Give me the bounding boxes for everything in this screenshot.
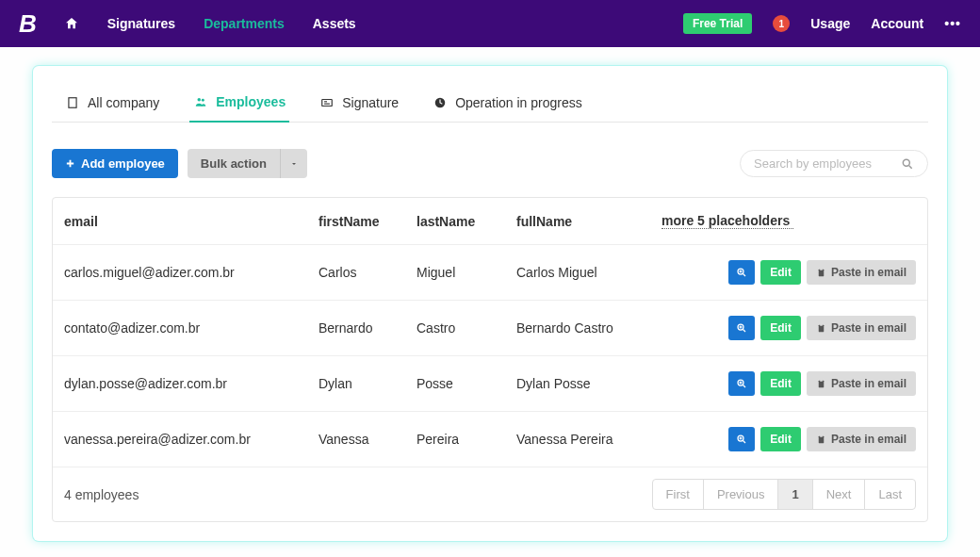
pager-page-1[interactable]: 1: [777, 479, 812, 510]
svg-rect-26: [820, 323, 823, 325]
paste-button[interactable]: Paste in email: [807, 260, 916, 285]
cell-fullname: Carlos Miguel: [505, 250, 650, 295]
nav-signatures[interactable]: Signatures: [107, 16, 175, 31]
cell-lastname: Posse: [405, 361, 505, 406]
magnify-plus-icon: [736, 378, 747, 389]
tab-label: Signature: [342, 95, 399, 110]
cell-email: dylan.posse@adizer.com.br: [53, 361, 307, 406]
table-header: email firstName lastName fullName more 5…: [53, 198, 927, 245]
notification-badge[interactable]: 1: [773, 15, 790, 32]
paste-icon: [816, 323, 826, 334]
home-icon[interactable]: [64, 16, 79, 31]
col-email: email: [53, 199, 307, 244]
zoom-button[interactable]: [728, 260, 755, 285]
svg-rect-0: [69, 97, 76, 107]
svg-line-16: [743, 274, 746, 277]
tab-label: Employees: [216, 94, 286, 109]
clock-icon: [433, 95, 448, 110]
svg-rect-37: [819, 435, 825, 442]
tab-employees[interactable]: Employees: [189, 85, 289, 123]
magnify-plus-icon: [736, 434, 747, 445]
col-fullname: fullName: [505, 199, 650, 244]
more-menu-icon[interactable]: •••: [944, 16, 961, 31]
top-navbar: B Signatures Departments Assets Free Tri…: [0, 0, 980, 47]
svg-point-7: [198, 98, 202, 102]
tab-label: Operation in progress: [455, 95, 582, 110]
bulk-action-button[interactable]: Bulk action: [188, 149, 280, 178]
cell-lastname: Miguel: [405, 250, 505, 295]
paste-button[interactable]: Paste in email: [807, 316, 916, 340]
toolbar: Add employee Bulk action: [52, 149, 928, 178]
cell-firstname: Vanessa: [307, 417, 405, 462]
svg-rect-31: [819, 380, 825, 386]
app-logo: B: [19, 9, 36, 39]
cell-lastname: Castro: [405, 305, 505, 351]
nav-departments[interactable]: Departments: [204, 16, 285, 31]
nav-usage[interactable]: Usage: [810, 16, 850, 31]
table-row: carlos.miguel@adizer.com.br Carlos Migue…: [53, 245, 927, 301]
svg-rect-9: [322, 99, 333, 106]
paste-button[interactable]: Paste in email: [807, 427, 916, 451]
pager-next[interactable]: Next: [812, 479, 866, 510]
bulk-action-dropdown[interactable]: [280, 149, 307, 178]
tab-label: All company: [88, 95, 159, 110]
card-icon: [319, 95, 335, 110]
button-label: Paste in email: [831, 321, 906, 335]
table-row: contato@adizer.com.br Bernardo Castro Be…: [53, 301, 927, 356]
cell-email: contato@adizer.com.br: [53, 305, 307, 351]
svg-rect-20: [820, 268, 823, 270]
paste-button[interactable]: Paste in email: [807, 371, 916, 396]
svg-rect-19: [819, 269, 825, 275]
svg-rect-38: [820, 434, 823, 436]
paste-icon: [816, 434, 826, 445]
button-label: Paste in email: [831, 377, 906, 390]
nav-assets[interactable]: Assets: [313, 16, 356, 31]
zoom-button[interactable]: [728, 316, 755, 340]
col-more-placeholders[interactable]: more 5 placeholders: [662, 213, 793, 229]
svg-line-34: [743, 441, 746, 444]
edit-button[interactable]: Edit: [760, 316, 801, 340]
svg-point-8: [202, 99, 204, 102]
cell-fullname: Bernardo Castro: [505, 305, 650, 351]
employees-table: email firstName lastName fullName more 5…: [52, 197, 928, 522]
zoom-button[interactable]: [728, 427, 755, 451]
pager-previous[interactable]: Previous: [703, 479, 779, 510]
tab-all-company[interactable]: All company: [61, 85, 163, 122]
cell-fullname: Dylan Posse: [505, 361, 650, 406]
cell-email: carlos.miguel@adizer.com.br: [53, 250, 307, 295]
table-row: dylan.posse@adizer.com.br Dylan Posse Dy…: [53, 356, 927, 412]
header-right: Free Trial 1 Usage Account •••: [683, 13, 961, 34]
bulk-action-group: Bulk action: [188, 149, 307, 178]
add-employee-button[interactable]: Add employee: [52, 149, 178, 178]
svg-line-22: [743, 330, 746, 333]
free-trial-badge[interactable]: Free Trial: [683, 13, 752, 34]
edit-button[interactable]: Edit: [760, 260, 801, 285]
cell-lastname: Pereira: [405, 417, 505, 462]
cell-firstname: Dylan: [307, 361, 405, 406]
magnify-plus-icon: [736, 322, 747, 334]
nav-account[interactable]: Account: [871, 16, 923, 31]
employees-panel: All company Employees Signature Operatio…: [33, 66, 947, 541]
zoom-button[interactable]: [728, 371, 755, 396]
pager-first[interactable]: First: [652, 479, 704, 510]
svg-point-13: [903, 159, 909, 166]
search-box[interactable]: [740, 150, 928, 177]
caret-down-icon: [290, 160, 298, 168]
cell-email: vanessa.pereira@adizer.com.br: [53, 417, 307, 462]
pagination: First Previous 1 Next Last: [653, 479, 916, 510]
button-label: Paste in email: [831, 433, 906, 446]
cell-fullname: Vanessa Pereira: [505, 417, 650, 462]
row-count: 4 employees: [64, 487, 653, 502]
magnify-plus-icon: [736, 267, 747, 278]
edit-button[interactable]: Edit: [760, 371, 801, 396]
button-label: Add employee: [81, 156, 165, 171]
main-nav: Signatures Departments Assets: [107, 16, 683, 31]
search-input[interactable]: [754, 156, 901, 171]
tab-signature[interactable]: Signature: [316, 85, 402, 122]
svg-line-28: [743, 385, 746, 388]
tab-operation[interactable]: Operation in progress: [429, 85, 586, 122]
pager-last[interactable]: Last: [864, 479, 916, 510]
button-label: Paste in email: [831, 266, 906, 279]
col-firstname: firstName: [307, 199, 405, 244]
edit-button[interactable]: Edit: [760, 427, 801, 451]
